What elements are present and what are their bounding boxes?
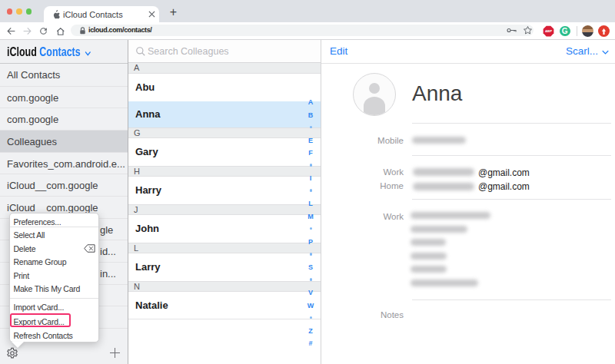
- svg-text:ABP: ABP: [545, 29, 552, 33]
